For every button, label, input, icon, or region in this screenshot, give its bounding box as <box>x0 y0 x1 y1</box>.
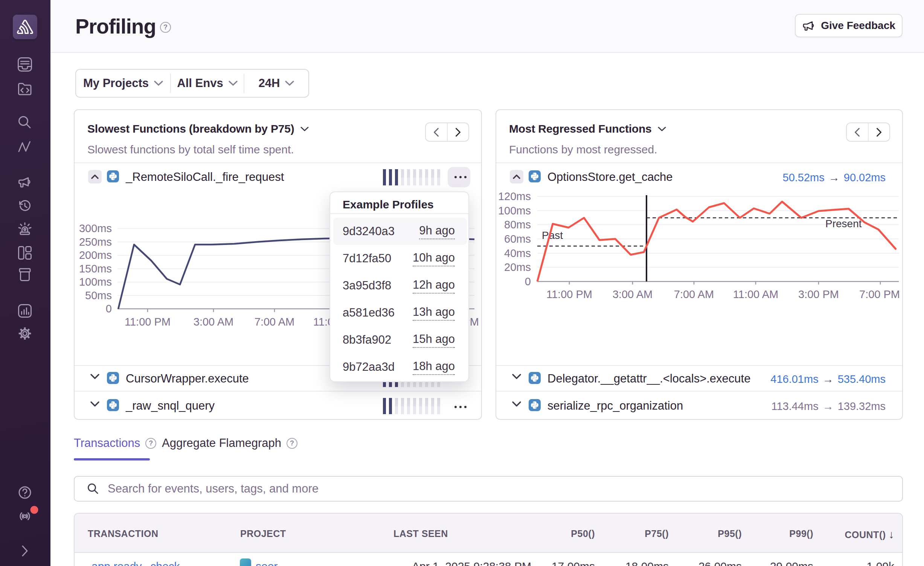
svg-text:80ms: 80ms <box>504 219 531 231</box>
svg-text:20ms: 20ms <box>504 261 531 273</box>
svg-text:150ms: 150ms <box>79 263 112 275</box>
svg-text:100ms: 100ms <box>498 205 531 217</box>
svg-text:Present: Present <box>825 218 862 229</box>
svg-text:0: 0 <box>106 303 112 315</box>
svg-text:100ms: 100ms <box>79 276 112 288</box>
svg-text:7:00 AM: 7:00 AM <box>674 288 714 300</box>
svg-text:40ms: 40ms <box>504 247 531 259</box>
svg-text:50ms: 50ms <box>85 289 112 301</box>
svg-text:7:00 AM: 7:00 AM <box>255 316 294 328</box>
svg-text:3:00 AM: 3:00 AM <box>194 316 233 328</box>
svg-text:0: 0 <box>525 275 531 288</box>
svg-text:11:00 PM: 11:00 PM <box>125 316 171 328</box>
svg-text:120ms: 120ms <box>498 190 531 202</box>
svg-text:11:00 AM: 11:00 AM <box>733 288 778 300</box>
svg-text:3:00 PM: 3:00 PM <box>798 288 839 300</box>
svg-text:7:00 PM: 7:00 PM <box>859 288 900 300</box>
svg-text:60ms: 60ms <box>504 233 531 245</box>
svg-text:200ms: 200ms <box>79 249 112 261</box>
svg-text:11:00 PM: 11:00 PM <box>546 288 592 300</box>
svg-text:3:00 AM: 3:00 AM <box>613 288 653 300</box>
svg-text:Past: Past <box>542 229 563 241</box>
svg-text:250ms: 250ms <box>79 236 112 248</box>
svg-text:300ms: 300ms <box>79 222 112 234</box>
